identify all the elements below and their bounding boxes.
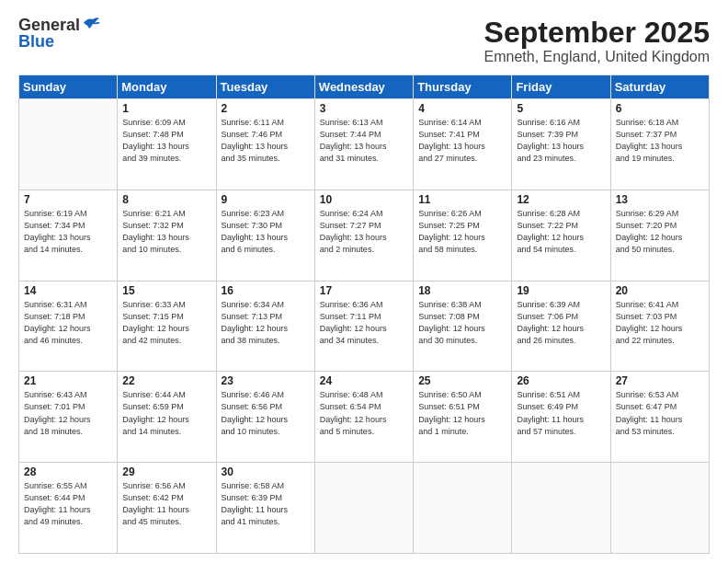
col-sunday: Sunday xyxy=(19,75,118,99)
col-friday: Friday xyxy=(512,75,610,99)
page-subtitle: Emneth, England, United Kingdom xyxy=(484,49,710,65)
page-title: September 2025 xyxy=(484,17,710,49)
table-row: 7Sunrise: 6:19 AMSunset: 7:34 PMDaylight… xyxy=(19,190,118,281)
col-saturday: Saturday xyxy=(610,75,709,99)
calendar-week-row: 21Sunrise: 6:43 AMSunset: 7:01 PMDayligh… xyxy=(19,372,710,463)
col-wednesday: Wednesday xyxy=(314,75,413,99)
day-info: Sunrise: 6:11 AMSunset: 7:46 PMDaylight:… xyxy=(222,117,310,165)
day-info: Sunrise: 6:23 AMSunset: 7:30 PMDaylight:… xyxy=(222,208,310,256)
day-info: Sunrise: 6:28 AMSunset: 7:22 PMDaylight:… xyxy=(517,208,605,256)
table-row: 4Sunrise: 6:14 AMSunset: 7:41 PMDaylight… xyxy=(414,99,512,190)
day-number: 6 xyxy=(616,102,704,115)
table-row: 21Sunrise: 6:43 AMSunset: 7:01 PMDayligh… xyxy=(19,372,118,463)
day-number: 25 xyxy=(418,374,506,387)
table-row: 13Sunrise: 6:29 AMSunset: 7:20 PMDayligh… xyxy=(610,190,709,281)
table-row: 18Sunrise: 6:38 AMSunset: 7:08 PMDayligh… xyxy=(414,281,512,372)
table-row: 14Sunrise: 6:31 AMSunset: 7:18 PMDayligh… xyxy=(19,281,118,372)
calendar-week-row: 14Sunrise: 6:31 AMSunset: 7:18 PMDayligh… xyxy=(19,281,710,372)
day-number: 4 xyxy=(418,102,506,115)
day-info: Sunrise: 6:13 AMSunset: 7:44 PMDaylight:… xyxy=(320,117,408,165)
table-row: 26Sunrise: 6:51 AMSunset: 6:49 PMDayligh… xyxy=(512,372,610,463)
day-info: Sunrise: 6:36 AMSunset: 7:11 PMDaylight:… xyxy=(320,299,408,347)
day-info: Sunrise: 6:16 AMSunset: 7:39 PMDaylight:… xyxy=(517,117,605,165)
day-number: 20 xyxy=(616,284,704,297)
day-number: 2 xyxy=(222,102,310,115)
logo: General Blue xyxy=(18,17,100,52)
table-row: 2Sunrise: 6:11 AMSunset: 7:46 PMDaylight… xyxy=(216,99,314,190)
day-info: Sunrise: 6:31 AMSunset: 7:18 PMDaylight:… xyxy=(24,299,112,347)
day-info: Sunrise: 6:26 AMSunset: 7:25 PMDaylight:… xyxy=(418,208,506,256)
table-row: 8Sunrise: 6:21 AMSunset: 7:32 PMDaylight… xyxy=(118,190,216,281)
table-row: 6Sunrise: 6:18 AMSunset: 7:37 PMDaylight… xyxy=(610,99,709,190)
day-info: Sunrise: 6:18 AMSunset: 7:37 PMDaylight:… xyxy=(616,117,704,165)
day-number: 22 xyxy=(122,374,210,387)
day-number: 16 xyxy=(222,284,310,297)
calendar-week-row: 28Sunrise: 6:55 AMSunset: 6:44 PMDayligh… xyxy=(19,463,710,554)
table-row xyxy=(512,463,610,554)
day-number: 3 xyxy=(320,102,408,115)
day-number: 19 xyxy=(517,284,605,297)
day-info: Sunrise: 6:21 AMSunset: 7:32 PMDaylight:… xyxy=(122,208,210,256)
day-number: 18 xyxy=(418,284,506,297)
day-number: 30 xyxy=(222,465,310,478)
day-info: Sunrise: 6:29 AMSunset: 7:20 PMDaylight:… xyxy=(616,208,704,256)
header: General Blue September 2025 Emneth, Engl… xyxy=(18,17,710,65)
day-info: Sunrise: 6:33 AMSunset: 7:15 PMDaylight:… xyxy=(122,299,210,347)
table-row: 24Sunrise: 6:48 AMSunset: 6:54 PMDayligh… xyxy=(314,372,413,463)
day-info: Sunrise: 6:41 AMSunset: 7:03 PMDaylight:… xyxy=(616,299,704,347)
day-info: Sunrise: 6:09 AMSunset: 7:48 PMDaylight:… xyxy=(122,117,210,165)
day-info: Sunrise: 6:38 AMSunset: 7:08 PMDaylight:… xyxy=(418,299,506,347)
table-row: 19Sunrise: 6:39 AMSunset: 7:06 PMDayligh… xyxy=(512,281,610,372)
table-row xyxy=(414,463,512,554)
table-row: 29Sunrise: 6:56 AMSunset: 6:42 PMDayligh… xyxy=(118,463,216,554)
day-info: Sunrise: 6:44 AMSunset: 6:59 PMDaylight:… xyxy=(122,389,210,437)
day-number: 10 xyxy=(320,193,408,206)
table-row: 1Sunrise: 6:09 AMSunset: 7:48 PMDaylight… xyxy=(118,99,216,190)
day-info: Sunrise: 6:46 AMSunset: 6:56 PMDaylight:… xyxy=(222,389,310,437)
day-info: Sunrise: 6:24 AMSunset: 7:27 PMDaylight:… xyxy=(320,208,408,256)
day-number: 11 xyxy=(418,193,506,206)
day-info: Sunrise: 6:50 AMSunset: 6:51 PMDaylight:… xyxy=(418,389,506,437)
calendar-week-row: 1Sunrise: 6:09 AMSunset: 7:48 PMDaylight… xyxy=(19,99,710,190)
day-number: 12 xyxy=(517,193,605,206)
day-info: Sunrise: 6:19 AMSunset: 7:34 PMDaylight:… xyxy=(24,208,112,256)
title-block: September 2025 Emneth, England, United K… xyxy=(484,17,710,65)
table-row: 11Sunrise: 6:26 AMSunset: 7:25 PMDayligh… xyxy=(414,190,512,281)
day-number: 17 xyxy=(320,284,408,297)
day-info: Sunrise: 6:14 AMSunset: 7:41 PMDaylight:… xyxy=(418,117,506,165)
day-info: Sunrise: 6:43 AMSunset: 7:01 PMDaylight:… xyxy=(24,389,112,437)
calendar-header-row: Sunday Monday Tuesday Wednesday Thursday… xyxy=(19,75,710,99)
day-info: Sunrise: 6:39 AMSunset: 7:06 PMDaylight:… xyxy=(517,299,605,347)
table-row: 10Sunrise: 6:24 AMSunset: 7:27 PMDayligh… xyxy=(314,190,413,281)
table-row: 9Sunrise: 6:23 AMSunset: 7:30 PMDaylight… xyxy=(216,190,314,281)
day-number: 8 xyxy=(122,193,210,206)
calendar-table: Sunday Monday Tuesday Wednesday Thursday… xyxy=(18,75,710,554)
day-info: Sunrise: 6:51 AMSunset: 6:49 PMDaylight:… xyxy=(517,389,605,437)
day-number: 21 xyxy=(24,374,112,387)
day-number: 23 xyxy=(222,374,310,387)
day-info: Sunrise: 6:56 AMSunset: 6:42 PMDaylight:… xyxy=(122,480,210,528)
day-number: 27 xyxy=(616,374,704,387)
day-number: 9 xyxy=(222,193,310,206)
col-thursday: Thursday xyxy=(414,75,512,99)
table-row: 27Sunrise: 6:53 AMSunset: 6:47 PMDayligh… xyxy=(610,372,709,463)
table-row: 30Sunrise: 6:58 AMSunset: 6:39 PMDayligh… xyxy=(216,463,314,554)
table-row: 17Sunrise: 6:36 AMSunset: 7:11 PMDayligh… xyxy=(314,281,413,372)
day-number: 5 xyxy=(517,102,605,115)
page: General Blue September 2025 Emneth, Engl… xyxy=(0,0,728,563)
table-row: 22Sunrise: 6:44 AMSunset: 6:59 PMDayligh… xyxy=(118,372,216,463)
day-number: 14 xyxy=(24,284,112,297)
day-info: Sunrise: 6:34 AMSunset: 7:13 PMDaylight:… xyxy=(222,299,310,347)
table-row xyxy=(19,99,118,190)
table-row: 16Sunrise: 6:34 AMSunset: 7:13 PMDayligh… xyxy=(216,281,314,372)
table-row: 25Sunrise: 6:50 AMSunset: 6:51 PMDayligh… xyxy=(414,372,512,463)
day-info: Sunrise: 6:55 AMSunset: 6:44 PMDaylight:… xyxy=(24,480,112,528)
table-row xyxy=(610,463,709,554)
logo-blue: Blue xyxy=(18,33,54,52)
table-row: 15Sunrise: 6:33 AMSunset: 7:15 PMDayligh… xyxy=(118,281,216,372)
calendar-week-row: 7Sunrise: 6:19 AMSunset: 7:34 PMDaylight… xyxy=(19,190,710,281)
day-number: 13 xyxy=(616,193,704,206)
table-row xyxy=(314,463,413,554)
day-number: 24 xyxy=(320,374,408,387)
day-number: 26 xyxy=(517,374,605,387)
